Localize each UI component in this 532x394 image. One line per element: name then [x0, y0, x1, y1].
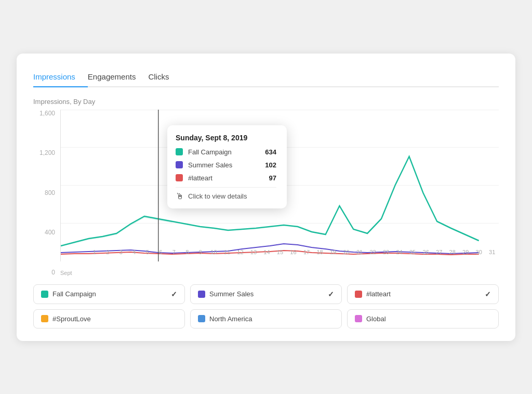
x-label-25: 25 — [406, 249, 419, 255]
x-label-8: 8 — [181, 249, 194, 255]
x-label-31: 31 — [485, 249, 499, 255]
y-axis: 0 400 800 1,200 1,600 — [33, 110, 58, 276]
x-label-20: 20 — [340, 249, 353, 255]
x-axis: 1 2 3 4 5 6 7 8 9 10 11 12 13 14 15 16 1… — [88, 247, 499, 261]
legend-dot-north-america — [198, 315, 205, 322]
x-label-1: 1 — [88, 249, 101, 255]
x-label-23: 23 — [379, 249, 393, 255]
legend-name-summer-sales: Summer Sales — [209, 290, 324, 298]
tooltip-row-0: Fall Campaign 634 — [176, 148, 276, 156]
tooltip-row-2: #latteart 97 — [176, 174, 276, 182]
legend-dot-global — [355, 315, 362, 322]
tooltip-value-1: 102 — [265, 161, 276, 169]
y-label-1600: 1,600 — [33, 110, 58, 117]
x-label-21: 21 — [353, 249, 366, 255]
tab-clicks[interactable]: Clicks — [148, 68, 181, 87]
main-card: Impressions Engagements Clicks Impressio… — [17, 54, 515, 341]
chart-plot: Sunday, Sept 8, 2019 Fall Campaign 634 S… — [60, 110, 499, 261]
x-label-16: 16 — [287, 249, 300, 255]
legend-name-sproutlove: #SproutLove — [52, 315, 177, 323]
tab-engagements[interactable]: Engagements — [88, 68, 149, 87]
x-label-3: 3 — [114, 249, 128, 255]
x-label-26: 26 — [419, 249, 433, 255]
x-label-18: 18 — [313, 249, 327, 255]
x-label-11: 11 — [220, 249, 234, 255]
x-label-15: 15 — [273, 249, 287, 255]
tooltip-row-1: Summer Sales 102 — [176, 161, 276, 169]
tooltip-dot-1 — [176, 161, 183, 168]
x-label-14: 14 — [260, 249, 274, 255]
x-label-17: 17 — [300, 249, 313, 255]
x-label-12: 12 — [234, 249, 247, 255]
legend-item-sproutlove[interactable]: #SproutLove — [33, 309, 185, 329]
tooltip-dot-2 — [176, 174, 183, 181]
legend-item-north-america[interactable]: North America — [190, 309, 342, 329]
x-label-4: 4 — [128, 249, 141, 255]
click-icon: 🖱 — [176, 192, 184, 201]
legend-item-latteart[interactable]: #latteart ✓ — [347, 284, 499, 304]
tooltip-value-2: 97 — [269, 174, 276, 182]
x-label-10: 10 — [207, 249, 221, 255]
legend-check-fall-campaign: ✓ — [171, 290, 177, 298]
tooltip-name-1: Summer Sales — [188, 161, 265, 169]
x-label-2: 2 — [101, 249, 115, 255]
x-label-7: 7 — [167, 249, 181, 255]
tooltip-value-0: 634 — [265, 148, 276, 156]
x-label-29: 29 — [459, 249, 472, 255]
x-label-27: 27 — [432, 249, 446, 255]
x-label-9: 9 — [194, 249, 207, 255]
legend-check-summer-sales: ✓ — [328, 290, 334, 298]
x-label-22: 22 — [366, 249, 380, 255]
x-label-19: 19 — [326, 249, 340, 255]
x-label-13: 13 — [247, 249, 260, 255]
y-label-800: 800 — [33, 189, 58, 196]
legend-name-latteart: #latteart — [366, 290, 481, 298]
x-label-5: 5 — [141, 249, 154, 255]
y-label-0: 0 — [33, 269, 58, 276]
x-label-28: 28 — [446, 249, 459, 255]
legend-name-fall-campaign: Fall Campaign — [52, 290, 167, 298]
tooltip-name-2: #latteart — [188, 174, 269, 182]
legend-item-fall-campaign[interactable]: Fall Campaign ✓ — [33, 284, 185, 304]
legend-name-north-america: North America — [209, 315, 334, 323]
chart-title: Impressions, By Day — [33, 98, 499, 106]
legend-item-summer-sales[interactable]: Summer Sales ✓ — [190, 284, 342, 304]
chart-container: 0 400 800 1,200 1,600 — [33, 110, 499, 276]
tab-impressions[interactable]: Impressions — [33, 68, 88, 87]
x-label-30: 30 — [472, 249, 486, 255]
tooltip-date: Sunday, Sept 8, 2019 — [176, 134, 276, 142]
legend-dot-latteart — [355, 291, 362, 298]
legend-dot-fall-campaign — [41, 291, 48, 298]
y-label-400: 400 — [33, 229, 58, 236]
tooltip-cta-text: Click to view details — [188, 192, 247, 200]
x-label-6: 6 — [154, 249, 168, 255]
tooltip-cta[interactable]: 🖱 Click to view details — [176, 192, 276, 201]
tooltip-name-0: Fall Campaign — [188, 148, 265, 156]
chart-tooltip: Sunday, Sept 8, 2019 Fall Campaign 634 S… — [167, 125, 287, 208]
tab-bar: Impressions Engagements Clicks — [33, 68, 499, 87]
legend-check-latteart: ✓ — [485, 290, 491, 298]
legend-dot-sproutlove — [41, 315, 48, 322]
legend-dot-summer-sales — [198, 291, 205, 298]
y-label-1200: 1,200 — [33, 149, 58, 156]
legend-item-global[interactable]: Global — [347, 309, 499, 329]
x-label-24: 24 — [393, 249, 406, 255]
tooltip-divider — [176, 187, 276, 188]
legend-name-global: Global — [366, 315, 491, 323]
legend-grid: Fall Campaign ✓ Summer Sales ✓ #latteart… — [33, 284, 499, 329]
x-month-label: Sept — [60, 270, 72, 276]
tooltip-dot-0 — [176, 148, 183, 155]
